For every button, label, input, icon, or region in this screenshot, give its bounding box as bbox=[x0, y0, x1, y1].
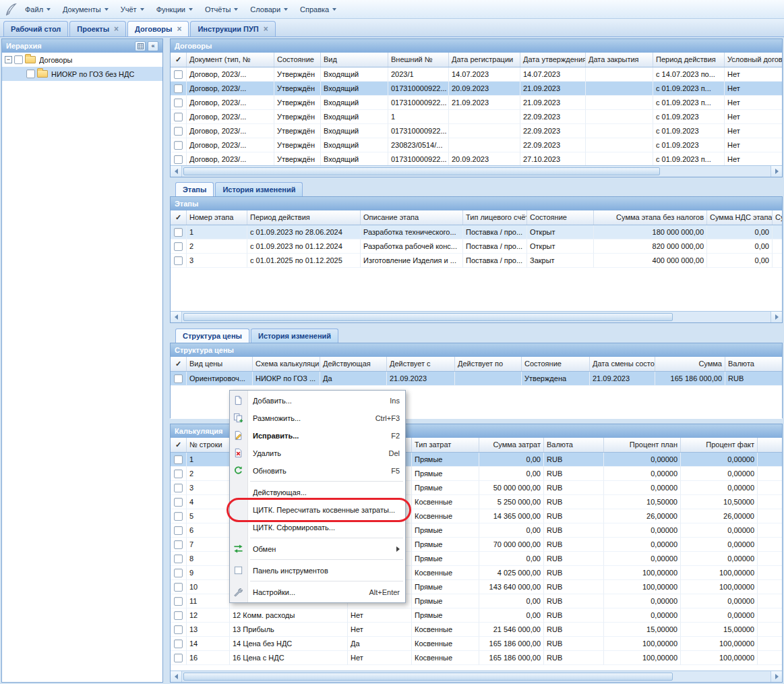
scroll-right-arrow[interactable] bbox=[771, 312, 782, 322]
row-checkbox[interactable] bbox=[174, 554, 183, 563]
grid-view-icon[interactable] bbox=[135, 41, 146, 51]
column-header[interactable]: ✓ bbox=[171, 438, 187, 452]
scrollbar-thumb[interactable] bbox=[183, 313, 673, 321]
column-header[interactable]: Сумма затрат bbox=[479, 438, 544, 452]
menubar-item[interactable]: Учёт bbox=[115, 2, 150, 17]
row-checkbox[interactable] bbox=[174, 639, 183, 648]
table-row[interactable]: 1с 01.09.2023 по 28.06.2024Разработка те… bbox=[171, 225, 782, 239]
horizontal-scrollbar[interactable] bbox=[171, 311, 782, 322]
row-checkbox[interactable] bbox=[174, 469, 183, 478]
workspace-tab[interactable]: Проекты× bbox=[69, 21, 126, 36]
price-structure-tab[interactable]: Структура цены bbox=[175, 329, 249, 343]
column-header[interactable]: Описание этапа bbox=[361, 210, 463, 225]
row-checkbox[interactable] bbox=[174, 113, 183, 121]
table-row[interactable]: 3с 01.01.2025 по 01.12.2025Изготовление … bbox=[171, 254, 782, 268]
column-header[interactable]: Действующая bbox=[320, 357, 387, 371]
column-header[interactable]: Период действия bbox=[653, 53, 725, 67]
context-menu-item[interactable]: Действующая... bbox=[230, 484, 405, 501]
row-checkbox[interactable] bbox=[174, 498, 183, 507]
row-checkbox[interactable] bbox=[174, 256, 183, 265]
column-header[interactable]: Сумма НДС этапа bbox=[707, 210, 773, 225]
column-header[interactable]: ✓ bbox=[171, 53, 187, 67]
menubar-item[interactable]: Файл bbox=[19, 2, 57, 17]
tree-checkbox[interactable] bbox=[26, 69, 35, 78]
column-header[interactable]: Валюта bbox=[544, 438, 604, 452]
column-header[interactable]: Дата утверждения bbox=[520, 53, 586, 67]
row-checkbox[interactable] bbox=[174, 654, 183, 662]
close-tab-icon[interactable]: × bbox=[114, 26, 119, 32]
column-header[interactable]: Дата регистрации bbox=[449, 53, 520, 67]
workspace-tab[interactable]: Инструкции ПУП× bbox=[190, 21, 275, 36]
row-checkbox[interactable] bbox=[174, 141, 183, 150]
row-checkbox[interactable] bbox=[174, 374, 183, 383]
table-row[interactable]: Договор, 2023/...УтверждёнВходящий2023/1… bbox=[171, 67, 782, 82]
collapse-panel-icon[interactable]: « bbox=[148, 41, 158, 51]
column-header[interactable]: Дата закрытия bbox=[586, 53, 653, 67]
menubar-item[interactable]: Функции bbox=[150, 2, 199, 17]
stages-tab[interactable]: Этапы bbox=[175, 182, 214, 196]
context-menu-item[interactable]: Панель инструментов bbox=[230, 562, 405, 579]
tree-item[interactable]: −Договоры bbox=[2, 53, 162, 67]
scroll-left-arrow[interactable] bbox=[171, 312, 182, 322]
column-header[interactable]: Сумма bbox=[655, 357, 725, 371]
column-header[interactable]: Состояние bbox=[527, 210, 594, 225]
column-header[interactable]: ✓ bbox=[171, 357, 187, 371]
stages-tab[interactable]: История изменений bbox=[215, 182, 303, 196]
row-checkbox[interactable] bbox=[174, 242, 183, 251]
table-row[interactable]: 2с 01.09.2023 по 01.12.2024Разработка ра… bbox=[171, 239, 782, 254]
collapse-node-icon[interactable]: − bbox=[5, 56, 12, 63]
column-header[interactable]: Документ (тип, № bbox=[187, 53, 274, 67]
column-header[interactable]: Тип затрат bbox=[412, 438, 479, 452]
table-row[interactable]: 1212 Комм. расходыНетПрямые0,00RUB0,0000… bbox=[171, 608, 782, 623]
column-header[interactable] bbox=[758, 438, 782, 452]
table-row[interactable]: 1414 Цена без НДСДаКосвенные165 186 000,… bbox=[171, 637, 782, 651]
row-checkbox[interactable] bbox=[174, 455, 183, 464]
column-header[interactable]: ✓ bbox=[171, 210, 187, 225]
menubar-item[interactable]: Отчёты bbox=[199, 2, 244, 17]
column-header[interactable]: Процент факт bbox=[681, 438, 758, 452]
column-header[interactable]: Состояние bbox=[522, 357, 590, 371]
row-checkbox[interactable] bbox=[174, 98, 183, 107]
column-header[interactable]: Сумма этапа без налогов bbox=[594, 210, 707, 225]
column-header[interactable]: Вид цены bbox=[187, 357, 253, 371]
scroll-right-arrow[interactable] bbox=[771, 166, 782, 177]
menubar-item[interactable]: Справка bbox=[294, 2, 342, 17]
row-checkbox[interactable] bbox=[174, 70, 183, 79]
context-menu-item[interactable]: Обмен bbox=[230, 540, 405, 558]
row-checkbox[interactable] bbox=[174, 540, 183, 549]
row-checkbox[interactable] bbox=[174, 611, 183, 620]
row-checkbox[interactable] bbox=[174, 484, 183, 492]
menubar-item[interactable]: Словари bbox=[244, 2, 294, 17]
scrollbar-thumb[interactable] bbox=[183, 673, 673, 681]
row-checkbox[interactable] bbox=[174, 526, 183, 535]
row-checkbox[interactable] bbox=[174, 625, 183, 634]
column-header[interactable]: Процент план bbox=[604, 438, 681, 452]
context-menu-item[interactable]: ЦИТК. Пересчитать косвенные затраты... bbox=[230, 501, 405, 519]
context-menu-item[interactable]: Настройки...Alt+Enter bbox=[230, 583, 405, 601]
table-row[interactable]: 1313 ПрибыльНетКосвенные21 546 000,00RUB… bbox=[171, 623, 782, 637]
scroll-left-arrow[interactable] bbox=[171, 166, 182, 177]
context-menu-item[interactable]: ОбновитьF5 bbox=[230, 462, 405, 480]
horizontal-scrollbar[interactable] bbox=[171, 165, 782, 177]
context-menu-item[interactable]: Добавить...Ins bbox=[230, 392, 405, 409]
column-header[interactable]: Валюта bbox=[725, 357, 782, 371]
context-menu-item[interactable]: Размножить...Ctrl+F3 bbox=[230, 409, 405, 427]
column-header[interactable]: Состояние bbox=[274, 53, 321, 67]
context-menu-item[interactable]: Исправить...F2 bbox=[230, 427, 405, 445]
column-header[interactable]: Тип лицевого счёт bbox=[463, 210, 527, 225]
table-row[interactable]: Договор, 2023/...УтверждёнВходящий122.09… bbox=[171, 110, 782, 124]
close-tab-icon[interactable]: × bbox=[264, 26, 268, 32]
context-menu-item[interactable]: ЦИТК. Сформировать... bbox=[230, 519, 405, 536]
table-row[interactable]: 1616 Цена с НДСНетКосвенные165 186 000,0… bbox=[171, 651, 782, 665]
tree-checkbox[interactable] bbox=[14, 55, 23, 64]
column-header[interactable]: Су... bbox=[773, 210, 782, 225]
scroll-right-arrow[interactable] bbox=[771, 671, 782, 682]
table-row[interactable]: Договор, 2023/...УтверждёнВходящий017310… bbox=[171, 82, 782, 96]
table-row[interactable]: Договор, 2023/...УтверждёнВходящий017310… bbox=[171, 152, 782, 167]
row-checkbox[interactable] bbox=[174, 569, 183, 577]
horizontal-scrollbar[interactable] bbox=[171, 671, 782, 682]
column-header[interactable]: Действует с bbox=[387, 357, 455, 371]
scroll-left-arrow[interactable] bbox=[171, 671, 182, 682]
row-checkbox[interactable] bbox=[174, 512, 183, 521]
context-menu-item[interactable]: УдалитьDel bbox=[230, 445, 405, 462]
